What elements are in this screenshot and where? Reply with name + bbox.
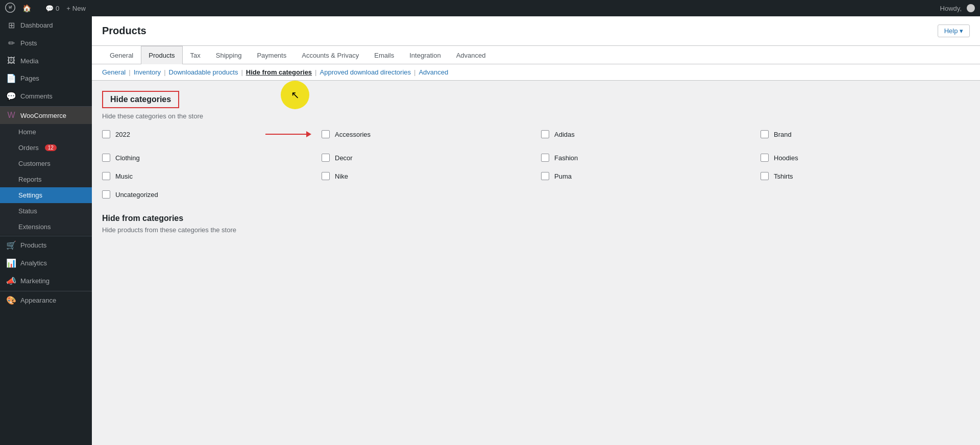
analytics-icon: 📊 <box>6 258 16 268</box>
marketing-label: Marketing <box>20 277 50 285</box>
sidebar-item-label: Posts <box>20 39 37 47</box>
sidebar-item-extensions[interactable]: Extensions <box>0 219 92 235</box>
tab-advanced[interactable]: Advanced <box>449 46 494 64</box>
hide-from-categories-section: Hide from categories Hide products from … <box>102 214 970 234</box>
categories-row-3: Music Nike Puma Tshirts <box>102 172 970 180</box>
category-uncategorized-label: Uncategorized <box>115 191 158 199</box>
yellow-cursor-annotation: ↖ <box>281 81 309 109</box>
media-icon: 🖼 <box>6 56 16 65</box>
sidebar-item-orders[interactable]: Orders 12 <box>0 140 92 156</box>
sidebar-item-products[interactable]: 🛒 Products <box>0 236 92 254</box>
category-clothing: Clothing <box>102 154 311 162</box>
main-content: ↖ Hide categories Hide these categories … <box>92 81 980 445</box>
checkbox-hoodies[interactable] <box>761 154 769 162</box>
page-title: Products <box>102 25 146 37</box>
category-clothing-label: Clothing <box>115 154 140 162</box>
tab-general[interactable]: General <box>102 46 141 64</box>
checkbox-brand[interactable] <box>761 130 769 138</box>
arrow-line <box>265 134 306 135</box>
checkbox-accessories[interactable] <box>322 130 330 138</box>
subnav-approved-download[interactable]: Approved download directories <box>320 68 411 76</box>
marketing-icon: 📣 <box>6 276 16 286</box>
comments-link[interactable]: 💬 0 <box>45 5 59 12</box>
sidebar-item-appearance[interactable]: 🎨 Appearance <box>0 291 92 309</box>
sidebar-item-reports[interactable]: Reports <box>0 171 92 187</box>
hide-from-title: Hide from categories <box>102 214 970 223</box>
sidebar-item-dashboard[interactable]: ⊞ Dashboard <box>0 16 92 34</box>
checkbox-clothing[interactable] <box>102 154 110 162</box>
categories-row-2: Clothing Decor Fashion Hoodies <box>102 154 970 162</box>
tab-payments[interactable]: Payments <box>249 46 294 64</box>
admin-bar: 🏠 💬 0 + New Howdy, <box>0 0 980 16</box>
sidebar-item-marketing[interactable]: 📣 Marketing <box>0 272 92 290</box>
checkbox-uncategorized[interactable] <box>102 190 110 199</box>
tab-products[interactable]: Products <box>141 46 182 64</box>
appearance-label: Appearance <box>20 296 56 304</box>
subnav-general[interactable]: General <box>102 68 126 76</box>
tab-emails[interactable]: Emails <box>366 46 402 64</box>
arrow-head-icon <box>306 131 311 137</box>
sub-nav: General | Inventory | Downloadable produ… <box>92 64 980 81</box>
checkbox-decor[interactable] <box>322 154 330 162</box>
category-nike-label: Nike <box>335 172 348 180</box>
sidebar-item-woocommerce[interactable]: W WooCommerce <box>0 107 92 124</box>
plus-icon: + <box>66 5 70 12</box>
category-fashion: Fashion <box>541 154 750 162</box>
sidebar-item-posts[interactable]: ✏ Posts <box>0 34 92 52</box>
checkbox-fashion[interactable] <box>541 154 549 162</box>
pages-icon: 📄 <box>6 73 16 83</box>
category-uncategorized: Uncategorized <box>102 190 311 199</box>
sidebar-item-pages[interactable]: 📄 Pages <box>0 69 92 87</box>
sub-nav-sep-3: | <box>241 68 242 76</box>
checkbox-puma[interactable] <box>541 172 549 180</box>
sidebar-item-status[interactable]: Status <box>0 203 92 219</box>
tab-tax[interactable]: Tax <box>183 46 208 64</box>
category-puma-label: Puma <box>554 172 572 180</box>
sidebar-item-home[interactable]: Home <box>0 124 92 140</box>
tab-accounts-privacy[interactable]: Accounts & Privacy <box>294 46 366 64</box>
tab-shipping[interactable]: Shipping <box>208 46 250 64</box>
category-music-label: Music <box>115 172 133 180</box>
comments-icon: 💬 <box>6 91 16 101</box>
sidebar-item-label: Dashboard <box>20 21 53 29</box>
subnav-advanced[interactable]: Advanced <box>419 68 448 76</box>
sidebar-item-comments[interactable]: 💬 Comments <box>0 87 92 105</box>
home-sub-label: Home <box>18 128 36 136</box>
sidebar-item-media[interactable]: 🖼 Media <box>0 52 92 69</box>
category-brand: Brand <box>761 130 970 138</box>
wp-logo-icon[interactable] <box>5 3 15 14</box>
orders-label: Orders <box>18 144 39 152</box>
checkbox-2022[interactable] <box>102 130 110 138</box>
hide-categories-description: Hide these categories on the store <box>102 112 970 120</box>
category-decor-label: Decor <box>335 154 353 162</box>
subnav-hide-from-categories[interactable]: Hide from categories <box>246 68 312 76</box>
sidebar-item-settings[interactable]: Settings <box>0 187 92 203</box>
sub-nav-sep-5: | <box>414 68 415 76</box>
status-label: Status <box>18 207 37 215</box>
tab-integration[interactable]: Integration <box>402 46 448 64</box>
checkbox-adidas[interactable] <box>541 130 549 138</box>
hide-categories-title: Hide categories <box>102 91 179 108</box>
category-decor: Decor <box>322 154 531 162</box>
category-adidas-label: Adidas <box>554 131 575 138</box>
sidebar-item-customers[interactable]: Customers <box>0 156 92 171</box>
category-accessories: Accessories <box>322 130 531 138</box>
checkbox-music[interactable] <box>102 172 110 180</box>
category-nike: Nike <box>322 172 531 180</box>
checkbox-tshirts[interactable] <box>761 172 769 180</box>
dashboard-icon: ⊞ <box>6 20 16 30</box>
sidebar-item-label: Pages <box>20 75 39 82</box>
new-item-button[interactable]: + New <box>66 5 86 12</box>
checkbox-nike[interactable] <box>322 172 330 180</box>
category-tshirts: Tshirts <box>761 172 970 180</box>
orders-badge: 12 <box>45 144 57 151</box>
user-avatar[interactable] <box>967 4 975 12</box>
home-icon[interactable]: 🏠 <box>22 4 31 12</box>
sidebar-woo-label: WooCommerce <box>20 112 66 119</box>
subnav-downloadable[interactable]: Downloadable products <box>169 68 238 76</box>
sidebar-item-analytics[interactable]: 📊 Analytics <box>0 254 92 272</box>
category-fashion-label: Fashion <box>554 154 578 162</box>
subnav-inventory[interactable]: Inventory <box>134 68 161 76</box>
help-button[interactable]: Help ▾ <box>938 24 970 37</box>
content-area: Products Help ▾ General Products Tax Shi… <box>92 16 980 445</box>
